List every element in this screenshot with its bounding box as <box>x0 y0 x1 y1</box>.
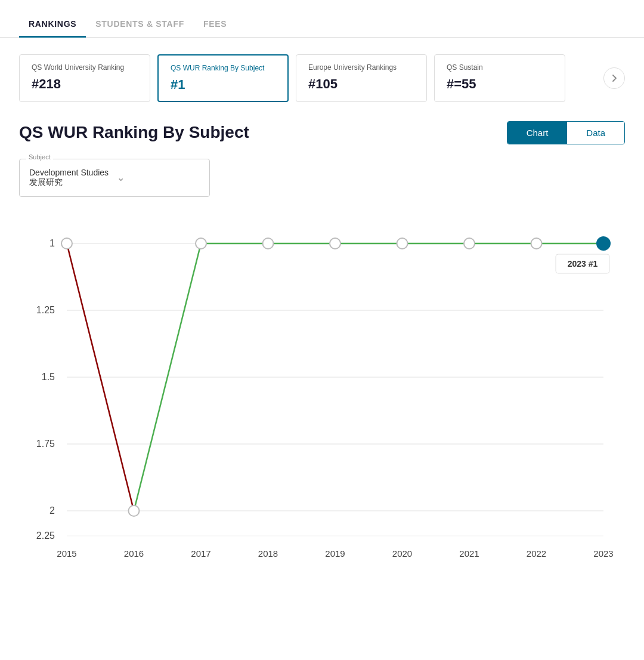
rank-card-label: Europe University Rankings <box>308 63 414 73</box>
y-label-225: 2.25 <box>36 531 55 541</box>
dot-2015 <box>61 238 72 249</box>
subject-dropdown[interactable]: Development Studies发展研究 ⌄ <box>19 159 210 197</box>
dot-2023-active <box>597 237 610 250</box>
dot-2017 <box>196 238 206 249</box>
subject-dropdown-wrap: Subject Development Studies发展研究 ⌄ <box>19 159 210 197</box>
dot-2021 <box>464 238 475 249</box>
x-label-2015: 2015 <box>57 548 76 559</box>
tabs-bar: RANKINGS STUDENTS & STAFF FEES <box>0 0 644 38</box>
x-label-2021: 2021 <box>459 548 479 559</box>
rank-card-qs-world[interactable]: QS World University Ranking #218 <box>19 54 150 102</box>
x-label-2019: 2019 <box>325 548 345 559</box>
data-toggle-button[interactable]: Data <box>567 122 624 144</box>
rank-card-label: QS Sustain <box>447 63 553 73</box>
subject-dropdown-value: Development Studies发展研究 <box>29 168 112 188</box>
y-label-200: 2 <box>49 505 55 516</box>
main-section: QS WUR Ranking By Subject Chart Data Sub… <box>0 102 644 574</box>
chevron-down-icon: ⌄ <box>117 172 200 183</box>
y-label-1: 1 <box>49 238 55 248</box>
x-label-2020: 2020 <box>392 548 412 559</box>
tab-fees[interactable]: FEES <box>194 12 236 38</box>
section-title: QS WUR Ranking By Subject <box>19 123 249 142</box>
rank-card-value: #1 <box>171 77 275 92</box>
tab-rankings[interactable]: RANKINGS <box>19 12 86 38</box>
dot-2016 <box>129 505 140 516</box>
x-label-2018: 2018 <box>258 548 278 559</box>
chart-toggle-button[interactable]: Chart <box>507 122 568 144</box>
rank-card-value: #=55 <box>447 76 553 92</box>
dot-2018 <box>263 238 274 249</box>
scroll-right-button[interactable] <box>603 67 625 89</box>
y-label-150: 1.5 <box>42 372 55 382</box>
rank-card-qs-sustain[interactable]: QS Sustain #=55 <box>434 54 565 102</box>
rank-card-europe[interactable]: Europe University Rankings #105 <box>296 54 427 102</box>
x-label-2017: 2017 <box>191 548 210 559</box>
view-toggle: Chart Data <box>507 121 625 144</box>
dot-2022 <box>531 238 542 249</box>
rank-card-label: QS World University Ranking <box>32 63 138 73</box>
x-label-2023: 2023 <box>593 548 613 559</box>
ranking-cards: QS World University Ranking #218 QS WUR … <box>0 38 644 102</box>
rank-card-label: QS WUR Ranking By Subject <box>171 64 275 73</box>
subject-label: Subject <box>26 153 53 161</box>
chevron-right-icon <box>609 73 619 83</box>
y-label-125: 1.25 <box>36 305 55 315</box>
rank-card-value: #105 <box>308 76 414 92</box>
dot-2020 <box>397 238 408 249</box>
section-header: QS WUR Ranking By Subject Chart Data <box>19 121 625 144</box>
x-label-2022: 2022 <box>527 548 546 559</box>
chart-container: 1 1.25 1.5 1.75 2 2.25 2015 2016 2017 20… <box>19 214 625 574</box>
dot-2019 <box>330 238 340 249</box>
rank-card-value: #218 <box>32 76 138 92</box>
rank-card-qs-wur-subject[interactable]: QS WUR Ranking By Subject #1 <box>157 54 289 102</box>
chart-svg: 1 1.25 1.5 1.75 2 2.25 2015 2016 2017 20… <box>19 214 625 560</box>
y-label-175: 1.75 <box>36 439 55 449</box>
x-label-2016: 2016 <box>124 548 144 559</box>
tab-students-staff[interactable]: STUDENTS & STAFF <box>86 12 194 38</box>
tooltip-text: 2023 #1 <box>568 259 598 269</box>
